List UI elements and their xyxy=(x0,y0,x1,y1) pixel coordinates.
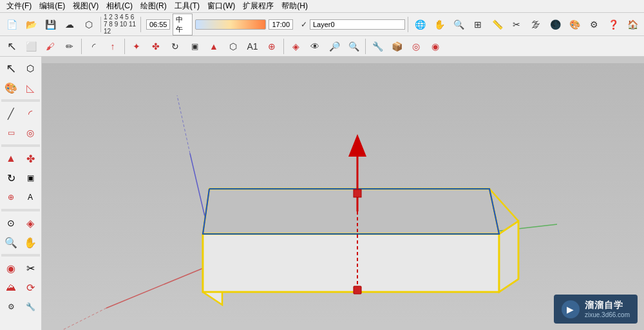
side-row-10: ◉ ✂ xyxy=(1,259,40,277)
side-row-7: ⊕ A xyxy=(1,188,40,206)
sep3 xyxy=(408,17,408,32)
rotate-button[interactable]: ↻ xyxy=(166,37,184,55)
follow-button[interactable]: ◈ xyxy=(287,37,305,55)
measure-button[interactable]: 📏 xyxy=(488,15,506,34)
pan-button[interactable]: ✋ xyxy=(430,15,448,34)
intersect-button[interactable]: ◎ xyxy=(407,37,425,55)
move-button[interactable]: ✤ xyxy=(147,37,165,55)
pan-side[interactable]: ✋ xyxy=(21,233,39,251)
menu-extensions[interactable]: 扩展程序 xyxy=(239,1,278,12)
menu-help[interactable]: 帮助(H) xyxy=(278,1,312,12)
look-button[interactable]: 🔎 xyxy=(325,37,343,55)
tape-side[interactable]: ⊕ xyxy=(2,188,20,206)
render-button[interactable]: 🎨 xyxy=(565,15,583,34)
shapes-button[interactable]: ✦ xyxy=(128,37,146,55)
upload-button[interactable]: ☁ xyxy=(61,15,79,34)
component-make-button[interactable]: 🔧 xyxy=(368,37,386,55)
zoom-side[interactable]: 🔍 xyxy=(2,233,20,251)
group-button[interactable]: 📦 xyxy=(388,37,406,55)
extra2-side[interactable]: 🔧 xyxy=(21,298,39,316)
menu-bar: 文件(F) 编辑(E) 视图(V) 相机(C) 绘图(R) 工具(T) 窗口(W… xyxy=(0,0,644,13)
component-button[interactable]: ⬡ xyxy=(80,15,98,34)
walk-side[interactable]: ◈ xyxy=(21,214,39,232)
extra1-side[interactable]: ⚙ xyxy=(2,298,20,316)
menu-edit[interactable]: 编辑(E) xyxy=(35,1,69,12)
play-icon: ▶ xyxy=(567,304,574,315)
layer-name-input[interactable] xyxy=(310,19,405,30)
side-row-4: ▭ ◎ xyxy=(1,124,40,142)
save-button[interactable]: 💾 xyxy=(41,15,59,34)
select-button[interactable]: ↖ xyxy=(3,37,21,55)
sandbox-side[interactable]: ⛰ xyxy=(2,278,20,296)
misc-side[interactable]: ⟳ xyxy=(21,278,39,296)
canvas-area[interactable]: ▶ 溜溜自学 zixue.3d66.com xyxy=(42,57,644,330)
menu-view[interactable]: 视图(V) xyxy=(69,1,102,12)
menu-draw[interactable]: 绘图(R) xyxy=(137,1,171,12)
scale-button[interactable]: ▣ xyxy=(185,37,204,55)
rectangle-tool[interactable]: ▭ xyxy=(2,124,20,142)
settings-button[interactable]: ⚙ xyxy=(585,15,603,34)
walk-button[interactable]: 👁 xyxy=(306,37,324,55)
zoom-win-button[interactable]: 🔍 xyxy=(345,37,363,55)
text-side[interactable]: A xyxy=(21,188,39,206)
time-value[interactable]: 06:55 xyxy=(146,19,171,30)
open-button[interactable]: 📂 xyxy=(22,15,40,34)
eraser-button[interactable]: ⬜ xyxy=(22,37,40,55)
move-side[interactable]: ✤ xyxy=(21,150,39,168)
section-side[interactable]: ✂ xyxy=(21,259,39,277)
push-pull-side[interactable]: ▲ xyxy=(2,150,20,168)
watermark-url: zixue.3d66.com xyxy=(585,311,630,318)
svg-marker-6 xyxy=(203,189,499,234)
time-slider[interactable] xyxy=(195,19,267,30)
layer-selector: ✓ xyxy=(301,19,405,30)
axis-button[interactable]: ⊕ xyxy=(263,37,281,55)
shadow-button[interactable]: 🌑 xyxy=(546,15,564,34)
arrow-button[interactable]: ↑ xyxy=(104,37,122,55)
side-row-11: ⛰ ⟳ xyxy=(1,278,40,296)
text-button[interactable]: A1 xyxy=(243,37,261,55)
paint-button[interactable]: 🖌 xyxy=(41,37,59,55)
watermark-info: 溜溜自学 zixue.3d66.com xyxy=(585,300,630,318)
time-display: 06:55 中午 17:00 xyxy=(146,14,293,35)
orbit-side[interactable]: ⊙ xyxy=(2,214,20,232)
side-row-9: 🔍 ✋ xyxy=(1,233,40,251)
menu-camera[interactable]: 相机(C) xyxy=(102,1,137,12)
svg-rect-17 xyxy=(354,189,361,197)
menu-tools[interactable]: 工具(T) xyxy=(171,1,204,12)
orbit-button[interactable]: 🌐 xyxy=(411,15,429,34)
component-tool[interactable]: ⬡ xyxy=(21,59,39,77)
sep4 xyxy=(81,39,82,54)
pencil-button[interactable]: ✏ xyxy=(61,37,79,55)
sep2 xyxy=(140,17,141,32)
sep5 xyxy=(124,39,125,54)
help-button2[interactable]: ❓ xyxy=(604,15,622,34)
scene-svg xyxy=(42,57,644,330)
sep1 xyxy=(100,17,101,32)
layer-checkbox[interactable]: ✓ xyxy=(301,20,307,29)
new-button[interactable]: 📄 xyxy=(3,15,21,34)
material-side[interactable]: ◉ xyxy=(2,259,20,277)
zoom-fit-button[interactable]: ⊞ xyxy=(469,15,487,34)
arc-tool[interactable]: ◜ xyxy=(21,104,39,122)
arc-button[interactable]: ◜ xyxy=(84,37,102,55)
push-pull-button[interactable]: ▲ xyxy=(205,37,223,55)
misc-button[interactable]: 🏠 xyxy=(623,15,641,34)
fog-button[interactable]: 🌫 xyxy=(527,15,545,34)
section-button[interactable]: ✂ xyxy=(507,15,526,34)
watermark-logo: ▶ xyxy=(562,300,580,318)
paint-bucket-tool[interactable]: 🎨 xyxy=(2,79,20,97)
arrow-tool[interactable]: ↖ xyxy=(2,59,20,77)
eraser-tool[interactable]: ◺ xyxy=(21,79,39,97)
menu-file[interactable]: 文件(F) xyxy=(3,1,35,12)
zoom-button[interactable]: 🔍 xyxy=(450,15,468,34)
side-row-2: 🎨 ◺ xyxy=(1,79,40,97)
solid-button[interactable]: ◉ xyxy=(426,37,444,55)
toolbar-row2: ↖ ⬜ 🖌 ✏ ◜ ↑ ✦ ✤ ↻ ▣ ▲ ⬡ A1 ⊕ ◈ 👁 🔎 🔍 🔧 📦… xyxy=(0,36,644,57)
offset-button[interactable]: ⬡ xyxy=(224,37,242,55)
line-tool[interactable]: ╱ xyxy=(2,104,20,122)
circle-tool[interactable]: ◎ xyxy=(21,124,39,142)
scale-side[interactable]: ▣ xyxy=(21,169,39,187)
time-end: 17:00 xyxy=(269,19,293,30)
rotate-side[interactable]: ↻ xyxy=(2,169,20,187)
menu-window[interactable]: 窗口(W) xyxy=(204,1,239,12)
